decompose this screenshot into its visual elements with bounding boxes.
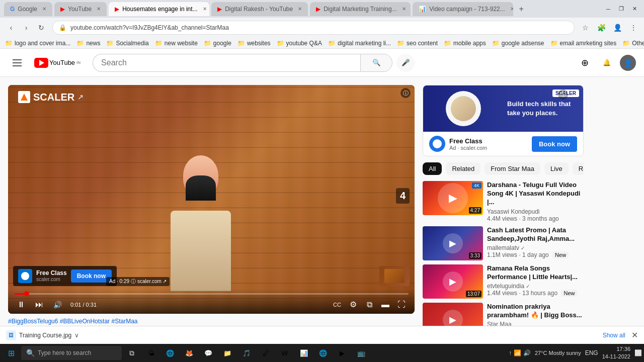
ad-book-now-button[interactable]: Book now: [71, 269, 112, 283]
forward-button[interactable]: ›: [19, 21, 33, 35]
search-input[interactable]: [93, 54, 360, 72]
address-bar[interactable]: 🔒 youtube.com/watch?v=I9JvZBg4ElY&ab_cha…: [52, 21, 575, 35]
bookmark-other[interactable]: 📁 Other bookmarks: [622, 40, 644, 47]
nav-actions: ☆ 🧩 👤 ⋮: [579, 21, 640, 34]
voice-search-button[interactable]: [396, 54, 415, 72]
bookmark-yt-qa[interactable]: 📁 youtube Q&A: [277, 40, 322, 47]
recommended-video-2[interactable]: ▶ 3:33 Cash Latest Promo | Aata Sandeep,…: [423, 226, 584, 260]
extensions-button[interactable]: 🧩: [595, 21, 608, 34]
bookmark-seo[interactable]: 📁 seo content: [397, 40, 438, 47]
ad-card-info-button[interactable]: ⓘ: [558, 89, 568, 100]
filter-chip-from-star-maa[interactable]: From Star Maa: [485, 162, 540, 175]
ad-info-button[interactable]: ⓘ: [400, 88, 411, 98]
minimize-button[interactable]: ─: [603, 4, 614, 15]
rec-views-3: 1.4M views: [487, 290, 517, 297]
tab-digital-marketing[interactable]: ▶ Digital Marketing Training... ✕: [310, 2, 411, 16]
start-button[interactable]: ⊞: [2, 344, 20, 362]
volume-button[interactable]: 🔊: [50, 298, 64, 312]
tab-close-video-campaign[interactable]: ✕: [510, 6, 513, 12]
tab-google[interactable]: G Google ✕: [4, 2, 52, 16]
taskbar-app-firefox[interactable]: 🦊: [180, 344, 198, 362]
taskbar-app-word[interactable]: W: [276, 344, 294, 362]
datetime-display[interactable]: 17:36 14-11-2022: [602, 345, 630, 361]
bookmark-logo-cover[interactable]: 📁 logo and cover ima...: [5, 40, 70, 47]
tab-favicon-digital-marketing: ▶: [316, 6, 320, 13]
network-icon[interactable]: 📶: [514, 349, 521, 356]
bookmark-socialmedia[interactable]: 📁 Socialmedia: [106, 40, 148, 47]
bookmark-mobile[interactable]: 📁 mobile apps: [444, 40, 486, 47]
taskbar-task-view[interactable]: ⧉: [123, 344, 141, 362]
bookmark-folder-icon-w: 📁: [237, 40, 245, 47]
download-bar-close-button[interactable]: ✕: [631, 330, 638, 340]
taskbar-app-edge[interactable]: 🌐: [314, 344, 332, 362]
close-button[interactable]: ✕: [629, 4, 640, 15]
filter-chip-re[interactable]: Re: [573, 162, 584, 175]
video-player[interactable]: SCALER ↗ 4: [8, 85, 415, 314]
bookmark-google[interactable]: 📁 google: [204, 40, 231, 47]
show-all-button[interactable]: Show all: [603, 332, 625, 339]
tab-housemates[interactable]: ▶ Housemates engage in int... ✕: [109, 2, 209, 16]
sidebar-book-now-button[interactable]: Book now: [532, 136, 577, 152]
tab-youtube[interactable]: ▶ YouTube ✕: [54, 2, 107, 16]
recommended-video-3[interactable]: ▶ 13:07 Ramana Rela Songs Performance | …: [423, 264, 584, 299]
youtube-logo[interactable]: YouTubeIN: [34, 58, 80, 68]
tab-close-housemates[interactable]: ✕: [203, 6, 207, 12]
taskbar-search[interactable]: 🔍 Type here to search: [21, 346, 122, 360]
taskbar-app-chrome[interactable]: 🌐: [161, 344, 179, 362]
tab-video-campaign[interactable]: 📊 Video campaign - 713-922... ✕: [413, 2, 513, 16]
taskbar-app-reels[interactable]: 📺: [352, 344, 370, 362]
next-button[interactable]: ⏭: [32, 298, 46, 312]
progress-bar[interactable]: [14, 293, 409, 295]
tab-close-youtube[interactable]: ✕: [97, 6, 101, 12]
tab-title-google: Google: [18, 6, 37, 13]
cc-button[interactable]: CC: [330, 298, 344, 312]
back-button[interactable]: ‹: [4, 21, 18, 35]
filter-chip-related[interactable]: Related: [446, 162, 480, 175]
profile-button[interactable]: 👤: [611, 21, 624, 34]
search-button[interactable]: [360, 54, 392, 72]
bookmark-new-website[interactable]: 📁 new website: [155, 40, 198, 47]
bookmark-news[interactable]: 📁 news: [76, 40, 100, 47]
taskbar-app-pen[interactable]: 🖊: [257, 344, 275, 362]
avatar[interactable]: 👤: [620, 55, 636, 71]
filter-chip-live[interactable]: Live: [544, 162, 569, 175]
tab-title-digital-rakesh: Digital Rakesh - YouTube: [225, 6, 293, 13]
settings-button[interactable]: ⚙: [346, 298, 360, 312]
restore-button[interactable]: ❐: [616, 4, 627, 15]
miniplayer-button[interactable]: ⧉: [362, 298, 376, 312]
volume-sys-icon[interactable]: 🔊: [523, 349, 531, 356]
bookmark-adsense[interactable]: 📁 google adsense: [492, 40, 544, 47]
tab-close-digital-marketing[interactable]: ✕: [402, 6, 406, 12]
reload-button[interactable]: ↻: [34, 21, 48, 35]
tab-close-digital-rakesh[interactable]: ✕: [298, 6, 302, 12]
youtube-app: YouTubeIN ⊕ 👤: [0, 49, 644, 362]
create-button[interactable]: ⊕: [576, 54, 594, 72]
video-tags[interactable]: #BiggBossTelugu6 #BBLiveOnHotstar #StarM…: [8, 318, 415, 325]
show-desktop-button[interactable]: ⬜: [634, 349, 642, 356]
new-tab-button[interactable]: +: [515, 3, 527, 15]
taskbar-app-music[interactable]: 🎵: [237, 344, 256, 362]
more-button[interactable]: ⋮: [627, 21, 640, 34]
rec-channel-2: mallemalatv ✓: [487, 244, 584, 251]
recommended-video-1[interactable]: ▶ 4K 4:27 Darshana - Telugu Full Video S…: [423, 181, 584, 222]
theater-button[interactable]: ▬: [378, 298, 392, 312]
bookmark-dm[interactable]: 📁 digital marketing li...: [328, 40, 391, 47]
bookmark-email[interactable]: 📁 email amrketing sites: [550, 40, 617, 47]
bookmark-websites[interactable]: 📁 websites: [237, 40, 271, 47]
fullscreen-button[interactable]: ⛶: [394, 298, 409, 312]
taskbar-app-youtube[interactable]: ▶: [333, 344, 351, 362]
tab-close-google[interactable]: ✕: [42, 6, 46, 12]
taskbar-app-excel[interactable]: 📊: [295, 344, 313, 362]
taskbar-app-messaging[interactable]: 💬: [199, 344, 217, 362]
download-chevron-icon[interactable]: ∨: [74, 332, 79, 339]
taskbar-app-weather[interactable]: 🌤: [142, 344, 160, 362]
notifications-button[interactable]: [598, 54, 616, 72]
tab-digital-rakesh[interactable]: ▶ Digital Rakesh - YouTube ✕: [211, 2, 308, 16]
taskbar-app-explorer[interactable]: 📁: [218, 344, 236, 362]
filter-chip-all[interactable]: All: [423, 162, 442, 175]
menu-button[interactable]: [8, 54, 26, 72]
pause-button[interactable]: ⏸: [14, 298, 28, 312]
ad-card-right: Build tech skills that take you places.: [503, 96, 583, 122]
bookmark-star-button[interactable]: ☆: [579, 21, 592, 34]
language-button[interactable]: ENG: [585, 349, 598, 356]
